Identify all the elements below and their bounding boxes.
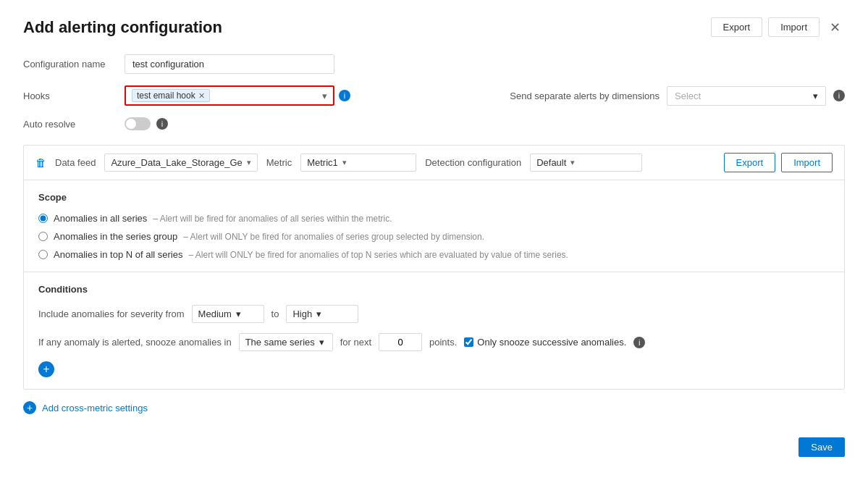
- scope-group-desc: – Alert will ONLY be fired for anomalies…: [183, 232, 484, 242]
- conditions-section: Conditions Include anomalies for severit…: [24, 272, 844, 389]
- cross-metric-icon: +: [23, 401, 36, 414]
- auto-resolve-toggle[interactable]: [125, 117, 151, 130]
- auto-resolve-label: Auto resolve: [23, 119, 125, 130]
- cross-metric-label: Add cross-metric settings: [42, 403, 148, 413]
- only-snooze-checkbox[interactable]: [464, 337, 473, 347]
- severity-row: Include anomalies for severity from Medi…: [38, 305, 830, 323]
- export-button[interactable]: Export: [711, 17, 763, 37]
- snooze-series-select[interactable]: The same series ▾: [239, 333, 333, 351]
- hooks-tag: test email hook ✕: [132, 89, 210, 102]
- close-button[interactable]: ✕: [825, 18, 845, 37]
- import-button[interactable]: Import: [768, 17, 819, 37]
- detection-label: Detection configuration: [425, 157, 521, 168]
- hooks-label: Hooks: [23, 91, 125, 101]
- send-separate-label: Send separate alerts by dimensions: [510, 91, 660, 101]
- only-snooze-info-icon[interactable]: i: [633, 337, 645, 348]
- send-separate-select[interactable]: Select ▾: [667, 86, 826, 106]
- detection-select[interactable]: Default ▾: [530, 154, 642, 172]
- snooze-label: If any anomaly is alerted, snooze anomal…: [38, 337, 232, 348]
- delete-icon[interactable]: 🗑: [35, 156, 46, 169]
- hooks-select-wrapper[interactable]: test email hook ✕ ▾: [125, 85, 334, 106]
- metric-chevron-icon: ▾: [342, 158, 347, 167]
- scope-all-desc: – Alert will be fired for anomalies of a…: [153, 214, 392, 224]
- send-separate-placeholder: Select: [675, 91, 701, 101]
- severity-to-select[interactable]: High ▾: [286, 305, 358, 323]
- hooks-row: Hooks test email hook ✕ ▾ i: [23, 85, 350, 106]
- hooks-and-send-row: Hooks test email hook ✕ ▾ i Send separat…: [23, 85, 845, 106]
- scope-radio-all-input[interactable]: [38, 214, 48, 223]
- data-feed-bar: 🗑 Data feed Azure_Data_Lake_Storage_Ge ▾…: [24, 146, 844, 180]
- severity-from-chevron-icon: ▾: [236, 308, 241, 319]
- metric-label: Metric: [266, 157, 292, 168]
- only-snooze-label: Only snooze successive anomalies.: [464, 337, 626, 348]
- scope-topn-desc: – Alert will ONLY be fired for anomalies…: [188, 250, 568, 260]
- detection-import-button[interactable]: Import: [781, 153, 833, 172]
- send-separate-info-icon[interactable]: i: [833, 90, 845, 101]
- severity-to-chevron-icon: ▾: [316, 308, 321, 319]
- scope-radio-group: Anomalies in all series – Alert will be …: [38, 213, 830, 260]
- auto-resolve-info-icon[interactable]: i: [156, 118, 168, 130]
- main-section-card: 🗑 Data feed Azure_Data_Lake_Storage_Ge ▾…: [23, 145, 845, 390]
- snooze-points-input[interactable]: [379, 333, 422, 351]
- hooks-info-icon[interactable]: i: [339, 90, 350, 101]
- severity-to-label: to: [271, 308, 279, 319]
- config-name-input[interactable]: [125, 54, 334, 74]
- footer-save-row: Save: [23, 432, 845, 457]
- severity-label: Include anomalies for severity from: [38, 308, 185, 319]
- scope-radio-all: Anomalies in all series – Alert will be …: [38, 213, 830, 224]
- data-feed-select[interactable]: Azure_Data_Lake_Storage_Ge ▾: [104, 154, 257, 172]
- detection-export-button[interactable]: Export: [724, 153, 776, 172]
- scope-radio-group-input[interactable]: [38, 232, 48, 241]
- scope-section: Scope Anomalies in all series – Alert wi…: [24, 180, 844, 272]
- metric-select[interactable]: Metric1 ▾: [300, 154, 416, 172]
- hooks-tag-close-icon[interactable]: ✕: [198, 91, 205, 101]
- save-button[interactable]: Save: [799, 437, 845, 457]
- auto-resolve-row: Auto resolve i: [23, 117, 845, 130]
- points-label: points.: [429, 337, 457, 348]
- send-separate-chevron-icon: ▾: [813, 91, 818, 101]
- snooze-series-chevron-icon: ▾: [319, 337, 324, 348]
- page-title: Add alerting configuration: [23, 18, 222, 37]
- scope-group-label: Anomalies in the series group: [54, 231, 177, 242]
- scope-all-label: Anomalies in all series: [54, 213, 147, 224]
- header-actions: Export Import ✕: [711, 17, 845, 37]
- scope-title: Scope: [38, 192, 830, 203]
- detection-chevron-icon: ▾: [570, 158, 575, 167]
- scope-radio-topn-input[interactable]: [38, 250, 48, 259]
- hooks-chevron-icon: ▾: [322, 91, 327, 101]
- config-name-label: Configuration name: [23, 59, 125, 70]
- conditions-title: Conditions: [38, 284, 830, 295]
- data-feed-chevron-icon: ▾: [247, 158, 251, 167]
- add-condition-button[interactable]: +: [38, 361, 54, 377]
- for-next-label: for next: [340, 337, 371, 348]
- add-cross-metric-row[interactable]: + Add cross-metric settings: [23, 401, 845, 414]
- scope-topn-label: Anomalies in top N of all series: [54, 249, 182, 260]
- snooze-row: If any anomaly is alerted, snooze anomal…: [38, 333, 830, 351]
- scope-radio-group-item: Anomalies in the series group – Alert wi…: [38, 231, 830, 242]
- severity-from-select[interactable]: Medium ▾: [192, 305, 264, 323]
- config-name-row: Configuration name: [23, 54, 845, 74]
- data-feed-label: Data feed: [55, 157, 96, 168]
- scope-radio-topn: Anomalies in top N of all series – Alert…: [38, 249, 830, 260]
